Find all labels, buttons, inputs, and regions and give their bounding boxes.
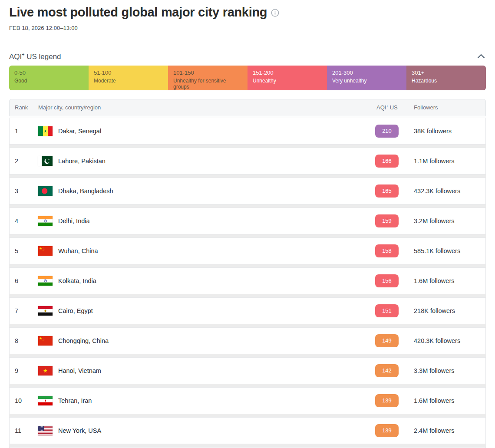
followers-count: 1.6M followers xyxy=(414,277,486,284)
followers-count: 3.2M followers xyxy=(414,217,486,224)
rank-value: 9 xyxy=(10,367,38,374)
rank-value: 1 xyxy=(10,128,38,135)
legend-band: 51-100 Moderate xyxy=(89,66,168,90)
followers-count: 585.1K followers xyxy=(414,247,486,254)
country-flag-icon xyxy=(38,126,53,136)
table-row[interactable]: 6 Kolkata, India 156 1.6M followers xyxy=(9,267,486,294)
table-row[interactable]: 1 Dakar, Senegal 210 38K followers xyxy=(9,118,486,145)
table-row[interactable]: 9 Hanoi, Vietnam 142 3.3M followers xyxy=(9,357,486,384)
city-name: Kolkata, India xyxy=(58,277,96,284)
country-flag-icon xyxy=(38,246,53,256)
table-row[interactable]: 11 New York, USA 139 2.4M followers xyxy=(9,417,486,444)
country-flag-icon xyxy=(38,306,53,316)
legend-range: 0-50 xyxy=(14,69,83,76)
city-name: Cairo, Egypt xyxy=(58,307,93,314)
aqi-badge: 159 xyxy=(375,214,399,227)
aqi-badge: 151 xyxy=(375,304,399,317)
followers-count: 2.4M followers xyxy=(414,427,486,434)
country-flag-icon xyxy=(38,186,53,196)
chevron-up-icon[interactable] xyxy=(476,53,486,59)
legend-band: 101-150 Unhealthy for sensitive groups xyxy=(168,66,248,90)
legend-label: Hazardous xyxy=(412,78,481,84)
table-row[interactable]: 5 Wuhan, China 158 585.1K followers xyxy=(9,237,486,264)
legend-range: 151-200 xyxy=(253,69,322,76)
followers-count: 1.6M followers xyxy=(414,397,486,404)
followers-count: 38K followers xyxy=(414,128,486,135)
legend-range: 101-150 xyxy=(173,69,242,76)
ranking-page: Live most polluted global major city ran… xyxy=(0,5,495,448)
city-name: Hanoi, Vietnam xyxy=(58,367,101,374)
legend-band: 301+ Hazardous xyxy=(406,66,486,90)
table-row[interactable]: 7 Cairo, Egypt 151 218K followers xyxy=(9,297,486,324)
city-name: Tehran, Iran xyxy=(58,397,92,404)
followers-count: 432.3K followers xyxy=(414,188,486,194)
country-flag-icon xyxy=(38,156,53,166)
legend-label: Good xyxy=(14,78,83,84)
city-name: Dakar, Senegal xyxy=(58,128,101,135)
col-aqi-base: AQI xyxy=(376,104,386,111)
aqi-badge: 142 xyxy=(375,364,399,377)
legend-title-rest: US legend xyxy=(24,53,61,61)
table-header: Rank Major city, country/region AQI+ US … xyxy=(9,99,486,116)
table-body: 1 Dakar, Senegal 210 38K followers 2 Lah… xyxy=(9,118,486,448)
table-row[interactable]: 10 Tehran, Iran 139 1.6M followers xyxy=(9,387,486,414)
legend-range: 51-100 xyxy=(94,69,163,76)
rank-value: 11 xyxy=(10,427,38,434)
rank-value: 10 xyxy=(10,397,38,404)
city-name: Delhi, India xyxy=(58,217,90,224)
followers-count: 3.3M followers xyxy=(414,367,486,374)
col-followers: Followers xyxy=(414,104,486,111)
col-aqi-rest: US xyxy=(388,104,398,111)
col-city: Major city, country/region xyxy=(38,104,375,111)
country-flag-icon xyxy=(38,276,53,286)
legend-header: AQI+ US legend xyxy=(9,52,486,61)
ranking-table: Rank Major city, country/region AQI+ US … xyxy=(9,99,486,448)
page-header: Live most polluted global major city ran… xyxy=(9,5,486,20)
legend-label: Unhealthy xyxy=(253,78,322,84)
legend-band: 0-50 Good xyxy=(9,66,89,90)
aqi-badge: 139 xyxy=(375,394,399,407)
city-name: Dhaka, Bangladesh xyxy=(58,188,113,194)
country-flag-icon xyxy=(38,216,53,226)
city-name: Lahore, Pakistan xyxy=(58,158,106,165)
followers-count: 420.3K followers xyxy=(414,337,486,344)
aqi-badge: 210 xyxy=(375,125,399,138)
city-name: Wuhan, China xyxy=(58,247,98,254)
legend-range: 201-300 xyxy=(332,69,401,76)
table-row[interactable]: 2 Lahore, Pakistan 166 1.1M followers xyxy=(9,148,486,175)
aqi-badge: 165 xyxy=(375,184,399,198)
followers-count: 218K followers xyxy=(414,307,486,314)
legend-range: 301+ xyxy=(412,69,481,76)
info-icon[interactable] xyxy=(271,9,279,17)
legend-band: 151-200 Unhealthy xyxy=(248,66,327,90)
aqi-badge: 139 xyxy=(375,424,399,437)
country-flag-icon xyxy=(38,366,53,376)
table-row[interactable]: 8 Chongqing, China 149 420.3K followers xyxy=(9,327,486,354)
city-name: New York, USA xyxy=(58,427,101,434)
aqi-legend: AQI+ US legend 0-50 Good 51-100 Moderate… xyxy=(9,52,486,90)
rank-value: 8 xyxy=(10,337,38,344)
country-flag-icon xyxy=(38,426,53,435)
city-name: Chongqing, China xyxy=(58,337,109,344)
rank-value: 3 xyxy=(10,188,38,194)
legend-label: Unhealthy for sensitive groups xyxy=(173,78,242,90)
date-range: FEB 18, 2026 12:00–13:00 xyxy=(9,25,486,31)
aqi-badge: 149 xyxy=(375,334,399,347)
rank-value: 4 xyxy=(10,217,38,224)
country-flag-icon xyxy=(38,396,53,405)
table-row[interactable]: 4 Delhi, India 159 3.2M followers xyxy=(9,208,486,234)
rank-value: 6 xyxy=(10,277,38,284)
legend-band: 201-300 Very unhealthy xyxy=(327,66,406,90)
page-title: Live most polluted global major city ran… xyxy=(9,5,267,20)
aqi-badge: 156 xyxy=(375,274,399,287)
followers-count: 1.1M followers xyxy=(414,158,486,165)
aqi-badge: 158 xyxy=(375,244,399,257)
col-rank: Rank xyxy=(10,104,38,111)
legend-title: AQI+ US legend xyxy=(9,52,61,61)
table-row[interactable]: 3 Dhaka, Bangladesh 165 432.3K followers xyxy=(9,178,486,204)
legend-bar: 0-50 Good 51-100 Moderate 101-150 Unheal… xyxy=(9,66,486,90)
legend-title-base: AQI xyxy=(9,53,22,61)
legend-label: Very unhealthy xyxy=(332,78,401,84)
rank-value: 2 xyxy=(10,158,38,165)
aqi-badge: 166 xyxy=(375,155,399,168)
